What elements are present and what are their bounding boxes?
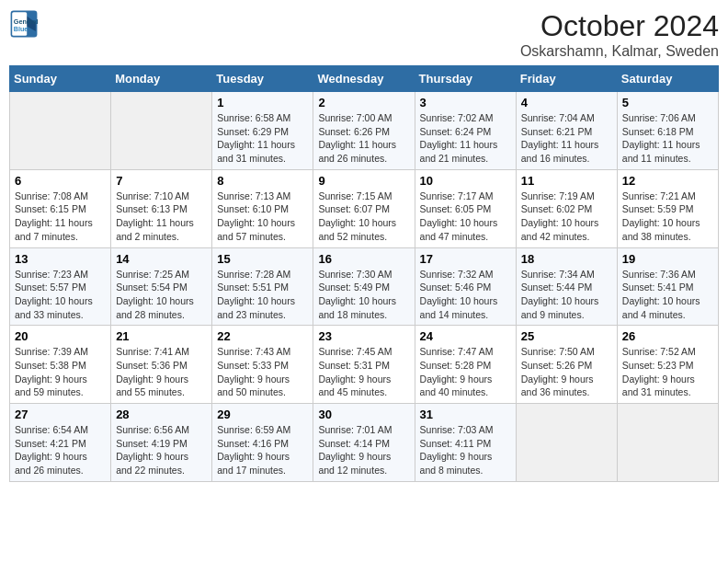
day-info: Sunrise: 6:58 AMSunset: 6:29 PMDaylight:… [217, 111, 308, 166]
day-number: 11 [521, 174, 612, 188]
day-info: Sunrise: 7:39 AMSunset: 5:38 PMDaylight:… [15, 345, 106, 399]
calendar-table: SundayMondayTuesdayWednesdayThursdayFrid… [9, 65, 719, 482]
calendar-cell: 19Sunrise: 7:36 AMSunset: 5:41 PMDayligh… [617, 247, 718, 326]
day-info: Sunrise: 7:13 AMSunset: 6:10 PMDaylight:… [217, 190, 308, 244]
day-info: Sunrise: 7:25 AMSunset: 5:54 PMDaylight:… [116, 268, 207, 322]
day-info: Sunrise: 7:32 AMSunset: 5:46 PMDaylight:… [420, 268, 511, 322]
day-info: Sunrise: 7:23 AMSunset: 5:57 PMDaylight:… [15, 268, 106, 322]
day-info: Sunrise: 7:01 AMSunset: 4:14 PMDaylight:… [318, 423, 409, 477]
day-number: 24 [420, 329, 511, 343]
day-number: 22 [217, 329, 308, 343]
calendar-cell: 23Sunrise: 7:45 AMSunset: 5:31 PMDayligh… [313, 326, 415, 404]
calendar-cell: 6Sunrise: 7:08 AMSunset: 6:15 PMDaylight… [10, 169, 111, 247]
weekday-header-wednesday: Wednesday [313, 66, 415, 92]
day-number: 21 [116, 329, 207, 343]
day-info: Sunrise: 6:54 AMSunset: 4:21 PMDaylight:… [15, 423, 106, 477]
day-number: 19 [622, 252, 713, 266]
calendar-cell: 10Sunrise: 7:17 AMSunset: 6:05 PMDayligh… [415, 169, 516, 247]
calendar-cell: 26Sunrise: 7:52 AMSunset: 5:23 PMDayligh… [617, 326, 718, 404]
calendar-cell: 12Sunrise: 7:21 AMSunset: 5:59 PMDayligh… [617, 169, 718, 247]
calendar-cell: 27Sunrise: 6:54 AMSunset: 4:21 PMDayligh… [10, 404, 111, 482]
page-header: General Blue October 2024 Oskarshamn, Ka… [9, 9, 719, 60]
calendar-cell: 22Sunrise: 7:43 AMSunset: 5:33 PMDayligh… [212, 326, 313, 404]
day-number: 26 [622, 329, 713, 343]
day-info: Sunrise: 7:10 AMSunset: 6:13 PMDaylight:… [116, 190, 207, 244]
day-info: Sunrise: 7:41 AMSunset: 5:36 PMDaylight:… [116, 345, 207, 399]
calendar-week-2: 6Sunrise: 7:08 AMSunset: 6:15 PMDaylight… [10, 169, 719, 247]
calendar-cell: 25Sunrise: 7:50 AMSunset: 5:26 PMDayligh… [516, 326, 617, 404]
calendar-cell: 17Sunrise: 7:32 AMSunset: 5:46 PMDayligh… [415, 247, 516, 326]
calendar-cell [111, 92, 212, 170]
day-number: 18 [521, 252, 612, 266]
calendar-week-3: 13Sunrise: 7:23 AMSunset: 5:57 PMDayligh… [10, 247, 719, 326]
calendar-cell [617, 404, 718, 482]
weekday-header-thursday: Thursday [415, 66, 516, 92]
day-number: 10 [420, 174, 511, 188]
weekday-header-row: SundayMondayTuesdayWednesdayThursdayFrid… [10, 66, 719, 92]
day-number: 6 [15, 174, 106, 188]
logo: General Blue [9, 9, 39, 39]
day-info: Sunrise: 7:00 AMSunset: 6:26 PMDaylight:… [318, 111, 409, 166]
day-info: Sunrise: 7:02 AMSunset: 6:24 PMDaylight:… [420, 111, 511, 166]
calendar-cell: 18Sunrise: 7:34 AMSunset: 5:44 PMDayligh… [516, 247, 617, 326]
day-info: Sunrise: 7:08 AMSunset: 6:15 PMDaylight:… [15, 190, 106, 244]
day-number: 12 [622, 174, 713, 188]
calendar-week-5: 27Sunrise: 6:54 AMSunset: 4:21 PMDayligh… [10, 404, 719, 482]
day-info: Sunrise: 7:19 AMSunset: 6:02 PMDaylight:… [521, 190, 612, 244]
day-number: 1 [217, 96, 308, 109]
calendar-cell: 11Sunrise: 7:19 AMSunset: 6:02 PMDayligh… [516, 169, 617, 247]
weekday-header-tuesday: Tuesday [212, 66, 313, 92]
day-info: Sunrise: 6:59 AMSunset: 4:16 PMDaylight:… [217, 423, 308, 477]
day-info: Sunrise: 7:36 AMSunset: 5:41 PMDaylight:… [622, 268, 713, 322]
calendar-cell: 5Sunrise: 7:06 AMSunset: 6:18 PMDaylight… [617, 92, 718, 170]
day-number: 16 [318, 252, 409, 266]
day-info: Sunrise: 7:43 AMSunset: 5:33 PMDaylight:… [217, 345, 308, 399]
day-info: Sunrise: 7:17 AMSunset: 6:05 PMDaylight:… [420, 190, 511, 244]
day-info: Sunrise: 7:06 AMSunset: 6:18 PMDaylight:… [622, 111, 713, 166]
calendar-cell [10, 92, 111, 170]
calendar-cell [516, 404, 617, 482]
day-number: 30 [318, 408, 409, 421]
day-info: Sunrise: 7:04 AMSunset: 6:21 PMDaylight:… [521, 111, 612, 166]
day-number: 7 [116, 174, 207, 188]
day-number: 27 [15, 408, 106, 421]
day-number: 3 [420, 96, 511, 109]
day-number: 25 [521, 329, 612, 343]
calendar-cell: 21Sunrise: 7:41 AMSunset: 5:36 PMDayligh… [111, 326, 212, 404]
calendar-cell: 14Sunrise: 7:25 AMSunset: 5:54 PMDayligh… [111, 247, 212, 326]
day-info: Sunrise: 7:15 AMSunset: 6:07 PMDaylight:… [318, 190, 409, 244]
calendar-cell: 13Sunrise: 7:23 AMSunset: 5:57 PMDayligh… [10, 247, 111, 326]
calendar-cell: 7Sunrise: 7:10 AMSunset: 6:13 PMDaylight… [111, 169, 212, 247]
weekday-header-friday: Friday [516, 66, 617, 92]
calendar-cell: 20Sunrise: 7:39 AMSunset: 5:38 PMDayligh… [10, 326, 111, 404]
day-number: 29 [217, 408, 308, 421]
calendar-cell: 9Sunrise: 7:15 AMSunset: 6:07 PMDaylight… [313, 169, 415, 247]
day-info: Sunrise: 7:34 AMSunset: 5:44 PMDaylight:… [521, 268, 612, 322]
day-info: Sunrise: 7:47 AMSunset: 5:28 PMDaylight:… [420, 345, 511, 399]
day-info: Sunrise: 7:21 AMSunset: 5:59 PMDaylight:… [622, 190, 713, 244]
day-number: 8 [217, 174, 308, 188]
calendar-cell: 28Sunrise: 6:56 AMSunset: 4:19 PMDayligh… [111, 404, 212, 482]
day-info: Sunrise: 7:28 AMSunset: 5:51 PMDaylight:… [217, 268, 308, 322]
day-info: Sunrise: 6:56 AMSunset: 4:19 PMDaylight:… [116, 423, 207, 477]
day-number: 28 [116, 408, 207, 421]
calendar-week-4: 20Sunrise: 7:39 AMSunset: 5:38 PMDayligh… [10, 326, 719, 404]
day-info: Sunrise: 7:52 AMSunset: 5:23 PMDaylight:… [622, 345, 713, 399]
calendar-cell: 24Sunrise: 7:47 AMSunset: 5:28 PMDayligh… [415, 326, 516, 404]
calendar-cell: 31Sunrise: 7:03 AMSunset: 4:11 PMDayligh… [415, 404, 516, 482]
day-info: Sunrise: 7:03 AMSunset: 4:11 PMDaylight:… [420, 423, 511, 477]
day-info: Sunrise: 7:45 AMSunset: 5:31 PMDaylight:… [318, 345, 409, 399]
day-number: 5 [622, 96, 713, 109]
day-number: 13 [15, 252, 106, 266]
day-number: 31 [420, 408, 511, 421]
day-number: 2 [318, 96, 409, 109]
day-info: Sunrise: 7:50 AMSunset: 5:26 PMDaylight:… [521, 345, 612, 399]
day-number: 17 [420, 252, 511, 266]
day-number: 14 [116, 252, 207, 266]
month-year-title: October 2024 [520, 9, 719, 43]
calendar-cell: 4Sunrise: 7:04 AMSunset: 6:21 PMDaylight… [516, 92, 617, 170]
location-subtitle: Oskarshamn, Kalmar, Sweden [520, 43, 719, 60]
svg-text:Blue: Blue [14, 25, 28, 33]
calendar-cell: 1Sunrise: 6:58 AMSunset: 6:29 PMDaylight… [212, 92, 313, 170]
weekday-header-monday: Monday [111, 66, 212, 92]
